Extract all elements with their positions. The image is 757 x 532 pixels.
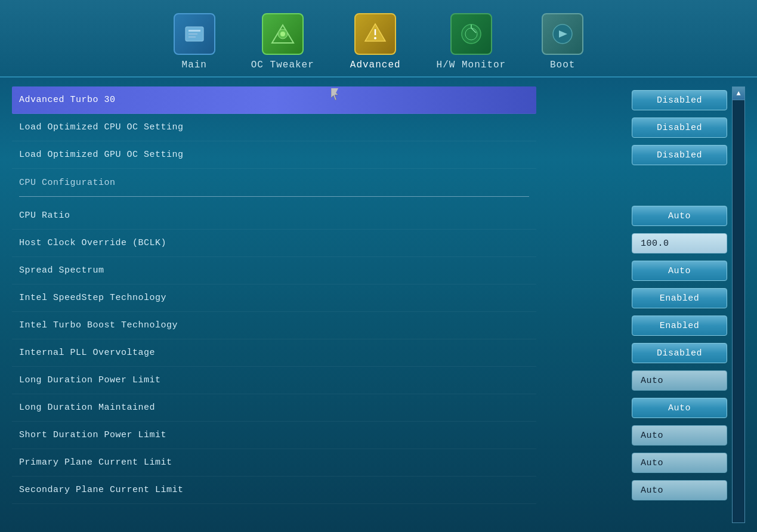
value-badge-intel-speedstep[interactable]: Enabled bbox=[632, 288, 727, 308]
svg-point-6 bbox=[280, 32, 285, 36]
nav-item-advanced[interactable]: Advanced bbox=[350, 13, 401, 76]
value-row-host-clock[interactable]: 100.0 bbox=[542, 230, 745, 257]
svg-rect-1 bbox=[189, 30, 200, 32]
oc-tweaker-icon bbox=[262, 13, 304, 55]
setting-row-spread-spectrum[interactable]: Spread Spectrum bbox=[12, 257, 536, 284]
setting-name-advanced-turbo-30: Advanced Turbo 30 bbox=[19, 95, 529, 105]
nav-label-boot: Boot bbox=[550, 60, 575, 70]
svg-rect-3 bbox=[189, 36, 196, 38]
value-row-long-duration-power[interactable]: Auto bbox=[542, 367, 745, 394]
value-divider-spacer bbox=[542, 190, 745, 202]
setting-name-long-duration-power: Long Duration Power Limit bbox=[19, 375, 529, 385]
value-row-load-gpu-oc[interactable]: Disabled bbox=[542, 141, 745, 169]
advanced-icon bbox=[354, 13, 396, 55]
divider-line bbox=[19, 196, 529, 197]
value-badge-intel-turbo-boost[interactable]: Enabled bbox=[632, 316, 727, 336]
setting-name-internal-pll: Internal PLL Overvoltage bbox=[19, 348, 529, 358]
setting-row-primary-plane[interactable]: Primary Plane Current Limit bbox=[12, 449, 536, 477]
nav-item-oc-tweaker[interactable]: OC Tweaker bbox=[251, 13, 314, 76]
value-row-secondary-plane[interactable]: Auto bbox=[542, 477, 745, 504]
setting-name-primary-plane: Primary Plane Current Limit bbox=[19, 457, 529, 468]
hw-monitor-icon bbox=[450, 13, 492, 55]
value-row-intel-turbo-boost[interactable]: Enabled bbox=[542, 312, 745, 339]
main-icon bbox=[174, 13, 215, 55]
setting-name-spread-spectrum: Spread Spectrum bbox=[19, 265, 529, 276]
boot-icon bbox=[542, 13, 583, 55]
nav-item-hw-monitor[interactable]: H/W Monitor bbox=[437, 13, 506, 76]
value-row-intel-speedstep[interactable]: Enabled bbox=[542, 284, 745, 312]
setting-name-load-cpu-oc: Load Optimized CPU OC Setting bbox=[19, 122, 529, 132]
value-badge-long-duration-maintained[interactable]: Auto bbox=[632, 398, 727, 418]
setting-name-host-clock: Host Clock Override (BCLK) bbox=[19, 238, 529, 248]
svg-point-9 bbox=[374, 37, 376, 39]
setting-divider bbox=[12, 190, 536, 202]
scrollbar-track[interactable] bbox=[733, 100, 744, 522]
setting-row-long-duration-maintained[interactable]: Long Duration Maintained bbox=[12, 394, 536, 422]
value-row-short-duration-power[interactable]: Auto bbox=[542, 422, 745, 449]
setting-row-long-duration-power[interactable]: Long Duration Power Limit bbox=[12, 367, 536, 394]
value-row-internal-pll[interactable]: Disabled bbox=[542, 339, 745, 367]
value-badge-load-gpu-oc[interactable]: Disabled bbox=[632, 145, 727, 165]
nav-label-main: Main bbox=[182, 60, 207, 70]
svg-rect-2 bbox=[189, 33, 197, 35]
setting-row-advanced-turbo-30[interactable]: Advanced Turbo 30 bbox=[12, 86, 536, 114]
setting-row-intel-turbo-boost[interactable]: Intel Turbo Boost Technology bbox=[12, 312, 536, 339]
nav-item-boot[interactable]: Boot bbox=[542, 13, 583, 76]
setting-name-load-gpu-oc: Load Optimized GPU OC Setting bbox=[19, 150, 529, 160]
scrollbar[interactable]: ▲ bbox=[732, 86, 745, 523]
setting-name-intel-speedstep: Intel SpeedStep Technology bbox=[19, 293, 529, 303]
value-row-spread-spectrum[interactable]: Auto bbox=[542, 257, 745, 284]
value-row-cpu-ratio[interactable]: Auto bbox=[542, 202, 745, 230]
setting-row-load-cpu-oc[interactable]: Load Optimized CPU OC Setting bbox=[12, 114, 536, 141]
value-badge-spread-spectrum[interactable]: Auto bbox=[632, 261, 727, 281]
value-badge-long-duration-power[interactable]: Auto bbox=[632, 370, 727, 391]
content-area: Advanced Turbo 30 Load Optimized CPU OC … bbox=[0, 78, 757, 532]
nav-item-main[interactable]: Main bbox=[174, 13, 215, 76]
value-badge-primary-plane[interactable]: Auto bbox=[632, 453, 727, 473]
setting-row-short-duration-power[interactable]: Short Duration Power Limit bbox=[12, 422, 536, 449]
nav-label-hw-monitor: H/W Monitor bbox=[437, 60, 506, 70]
value-badge-secondary-plane[interactable]: Auto bbox=[632, 480, 727, 500]
settings-panel: Advanced Turbo 30 Load Optimized CPU OC … bbox=[12, 86, 536, 523]
setting-row-host-clock[interactable]: Host Clock Override (BCLK) bbox=[12, 230, 536, 257]
setting-name-short-duration-power: Short Duration Power Limit bbox=[19, 430, 529, 440]
setting-name-secondary-plane: Secondary Plane Current Limit bbox=[19, 485, 529, 495]
setting-row-secondary-plane[interactable]: Secondary Plane Current Limit bbox=[12, 477, 536, 504]
value-row-load-cpu-oc[interactable]: Disabled bbox=[542, 114, 745, 141]
setting-row-cpu-ratio[interactable]: CPU Ratio bbox=[12, 202, 536, 230]
value-row-long-duration-maintained[interactable]: Auto bbox=[542, 394, 745, 422]
setting-row-cpu-config: CPU Configuration bbox=[12, 169, 536, 190]
setting-row-intel-speedstep[interactable]: Intel SpeedStep Technology bbox=[12, 284, 536, 312]
setting-row-internal-pll[interactable]: Internal PLL Overvoltage bbox=[12, 339, 536, 367]
setting-name-long-duration-maintained: Long Duration Maintained bbox=[19, 403, 529, 413]
setting-row-load-gpu-oc[interactable]: Load Optimized GPU OC Setting bbox=[12, 141, 536, 169]
value-badge-advanced-turbo-30[interactable]: Disabled bbox=[632, 90, 727, 110]
nav-label-oc-tweaker: OC Tweaker bbox=[251, 60, 314, 70]
value-section-spacer bbox=[542, 169, 745, 190]
values-panel: Disabled Disabled Disabled Auto 100.0 Au… bbox=[542, 86, 745, 523]
setting-name-cpu-ratio: CPU Ratio bbox=[19, 211, 529, 221]
value-row-advanced-turbo-30[interactable]: Disabled bbox=[542, 86, 745, 114]
top-nav: Main OC Tweaker Advanced bbox=[0, 0, 757, 78]
value-row-primary-plane[interactable]: Auto bbox=[542, 449, 745, 477]
value-badge-internal-pll[interactable]: Disabled bbox=[632, 343, 727, 363]
nav-label-advanced: Advanced bbox=[350, 60, 401, 70]
value-badge-host-clock[interactable]: 100.0 bbox=[632, 233, 727, 253]
value-badge-load-cpu-oc[interactable]: Disabled bbox=[632, 117, 727, 138]
scrollbar-up-arrow: ▲ bbox=[736, 89, 740, 98]
value-badge-cpu-ratio[interactable]: Auto bbox=[632, 206, 727, 226]
setting-name-intel-turbo-boost: Intel Turbo Boost Technology bbox=[19, 320, 529, 330]
value-badge-short-duration-power[interactable]: Auto bbox=[632, 425, 727, 446]
scrollbar-up-button[interactable]: ▲ bbox=[733, 87, 744, 100]
setting-name-cpu-config: CPU Configuration bbox=[19, 178, 529, 188]
